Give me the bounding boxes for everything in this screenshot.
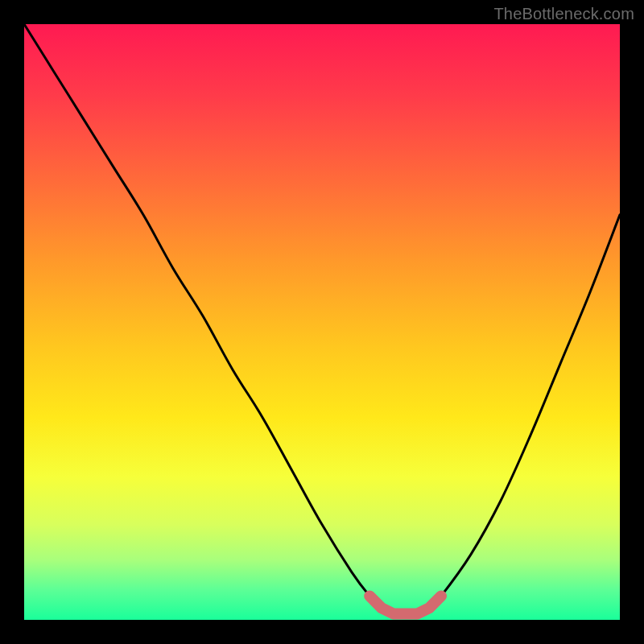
flat-region-markers — [369, 596, 441, 613]
plot-area — [24, 24, 620, 620]
chart-container: TheBottleneck.com — [0, 0, 644, 644]
chart-svg — [24, 24, 620, 620]
watermark-text: TheBottleneck.com — [493, 5, 634, 23]
bottleneck-curve — [24, 24, 620, 614]
